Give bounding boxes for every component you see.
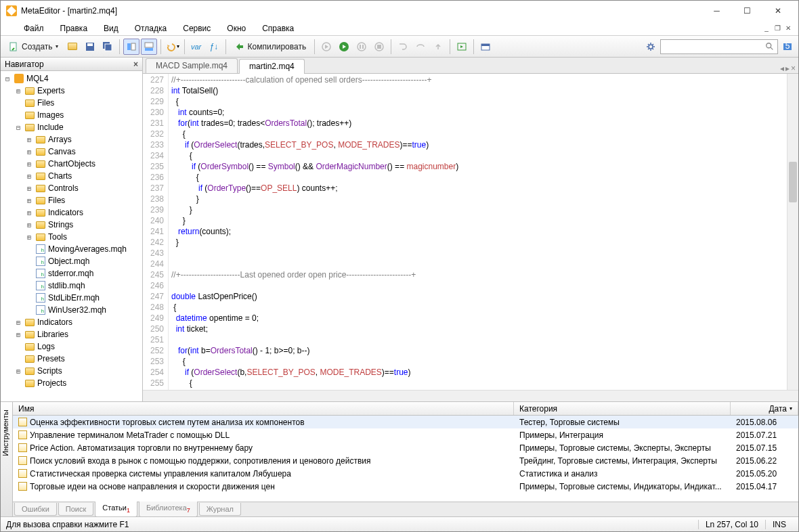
col-date-header[interactable]: Дата▾: [731, 402, 798, 415]
horizontal-scrollbar[interactable]: [143, 390, 798, 401]
tree-item[interactable]: ⊞Controls: [1, 182, 142, 194]
scrollbar-thumb[interactable]: [789, 162, 797, 202]
articles-body[interactable]: Оценка эффективности торговых систем пут…: [13, 416, 798, 502]
mdi-restore-icon[interactable]: ❐: [773, 24, 782, 33]
navigator-tree[interactable]: ⊟MQL4⊞ExpertsFilesImages⊟Include⊞Arrays⊞…: [1, 71, 142, 401]
article-row[interactable]: Поиск условий входа в рынок с помощью по…: [13, 454, 798, 467]
code-area[interactable]: 2272282292302312322332342352362372382392…: [143, 74, 798, 390]
tree-item[interactable]: ⊟Include: [1, 121, 142, 133]
tree-item[interactable]: stderror.mqh: [1, 267, 142, 280]
col-name-header[interactable]: Имя: [13, 402, 514, 415]
settings-button[interactable]: [643, 39, 659, 55]
col-category-header[interactable]: Категория: [514, 402, 731, 415]
svg-point-20: [766, 43, 771, 47]
bottom-tab[interactable]: Ошибки: [14, 503, 57, 516]
article-row[interactable]: Торговые идеи на основе направления и ск…: [13, 480, 798, 493]
bottom-side-label: Инструменты: [1, 402, 13, 516]
bottom-tab[interactable]: Журнал: [199, 503, 241, 516]
navigator-panel: Навигатор × ⊟MQL4⊞ExpertsFilesImages⊟Inc…: [1, 58, 143, 401]
close-button[interactable]: ✕: [762, 1, 793, 21]
code-content[interactable]: //+------------------------calculation o…: [169, 74, 787, 390]
bottom-tab[interactable]: Библиотека7: [139, 502, 198, 516]
community-button[interactable]: 5: [779, 39, 796, 55]
articles-header: Имя Категория Дата▾: [13, 402, 798, 416]
toolbar: Создать▾ ▾ var ƒ↓ Компилировать 5: [1, 36, 798, 58]
navigator-toggle-button[interactable]: [123, 39, 139, 55]
menu-окно[interactable]: Окно: [219, 22, 254, 35]
svg-rect-15: [377, 45, 381, 49]
tree-item[interactable]: ⊞Scripts: [1, 365, 142, 377]
run-on-chart-button[interactable]: [454, 39, 470, 55]
tree-item[interactable]: ⊞Charts: [1, 170, 142, 182]
step-out-button[interactable]: [430, 39, 446, 55]
tree-item[interactable]: ⊞Files: [1, 194, 142, 206]
compile-button[interactable]: Компилировать: [230, 39, 311, 55]
bottom-tab[interactable]: Поиск: [58, 503, 93, 516]
debug-stop-button[interactable]: [371, 39, 387, 55]
article-row[interactable]: Статистическая проверка системы управлен…: [13, 467, 798, 480]
tree-item[interactable]: ⊞Arrays: [1, 133, 142, 146]
bottom-tab[interactable]: Статьи1: [95, 502, 137, 516]
tree-item[interactable]: stdlib.mqh: [1, 280, 142, 292]
svg-rect-12: [360, 45, 361, 49]
vertical-scrollbar[interactable]: [787, 74, 798, 390]
navigator-close-button[interactable]: ×: [133, 60, 138, 69]
menu-сервис[interactable]: Сервис: [175, 22, 219, 35]
search-box[interactable]: [660, 39, 778, 54]
editor-tab[interactable]: martin2.mq4: [239, 59, 305, 74]
maximize-button[interactable]: ☐: [732, 1, 762, 21]
debug-start-button[interactable]: [336, 39, 352, 55]
article-row[interactable]: Оценка эффективности торговых систем пут…: [13, 416, 798, 428]
menu-отладка[interactable]: Отладка: [127, 22, 175, 35]
article-row[interactable]: Price Action. Автоматизация торговли по …: [13, 441, 798, 454]
tree-item[interactable]: ⊞Tools: [1, 231, 142, 243]
tree-item[interactable]: Logs: [1, 340, 142, 353]
tree-item[interactable]: WinUser32.mqh: [1, 304, 142, 316]
tree-item[interactable]: StdLibErr.mqh: [1, 292, 142, 304]
debug-pause-button[interactable]: [353, 39, 370, 55]
doc-icon: [3, 24, 13, 33]
new-button[interactable]: Создать▾: [3, 39, 63, 55]
menu-справка[interactable]: Справка: [254, 22, 302, 35]
save-all-button[interactable]: [100, 39, 116, 55]
menu-правка[interactable]: Правка: [52, 22, 96, 35]
tree-item[interactable]: Presets: [1, 353, 142, 365]
search-input[interactable]: [664, 42, 765, 51]
minimize-button[interactable]: ─: [701, 1, 732, 21]
tree-item[interactable]: ⊞ChartObjects: [1, 158, 142, 170]
step-into-button[interactable]: [395, 39, 411, 55]
editor-tab[interactable]: MACD Sample.mq4: [146, 58, 238, 73]
statusbar: Для вызова справки нажмите F1 Ln 257, Co…: [1, 516, 798, 531]
function-button[interactable]: ƒ↓: [206, 39, 222, 55]
tree-item[interactable]: ⊞Experts: [1, 85, 142, 97]
menu-вид[interactable]: Вид: [95, 22, 127, 35]
bottom-panel: Инструменты Имя Категория Дата▾ Оценка э…: [1, 401, 798, 516]
tree-item[interactable]: ⊟MQL4: [1, 72, 142, 85]
save-button[interactable]: [82, 39, 98, 55]
svg-rect-18: [481, 44, 490, 46]
tree-item[interactable]: MovingAverages.mqh: [1, 243, 142, 255]
menubar: ФайлПравкаВидОтладкаСервисОкноСправка _ …: [1, 21, 798, 36]
tree-item[interactable]: ⊞Strings: [1, 219, 142, 231]
debug-restart-button[interactable]: [318, 39, 334, 55]
undo-button[interactable]: ▾: [165, 39, 181, 55]
svg-point-11: [358, 43, 366, 51]
toolbox-toggle-button[interactable]: [141, 39, 157, 55]
mdi-minimize-icon[interactable]: _: [762, 24, 771, 33]
menu-файл[interactable]: Файл: [16, 22, 52, 35]
tree-item[interactable]: ⊞Libraries: [1, 328, 142, 340]
article-row[interactable]: Управление терминалом MetaTrader с помощ…: [13, 428, 798, 441]
terminal-button[interactable]: [477, 39, 494, 55]
tree-item[interactable]: Projects: [1, 377, 142, 389]
tree-item[interactable]: Files: [1, 97, 142, 109]
tree-item[interactable]: ⊞Indicators: [1, 316, 142, 328]
bottom-tabs: ОшибкиПоискСтатьи1Библиотека7Журнал: [13, 502, 798, 516]
mdi-close-icon[interactable]: ✕: [783, 24, 793, 33]
tree-item[interactable]: Images: [1, 109, 142, 121]
var-button[interactable]: var: [188, 39, 204, 55]
tree-item[interactable]: ⊞Indicators: [1, 206, 142, 219]
tree-item[interactable]: Object.mqh: [1, 255, 142, 267]
tree-item[interactable]: ⊞Canvas: [1, 146, 142, 158]
step-over-button[interactable]: [412, 39, 429, 55]
open-button[interactable]: [64, 39, 81, 55]
